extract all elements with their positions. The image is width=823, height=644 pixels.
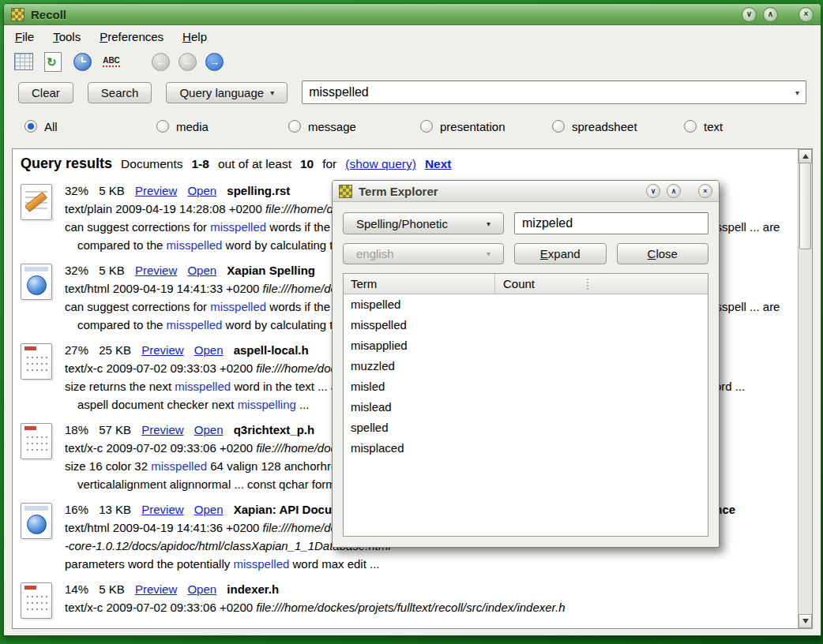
close-button[interactable]: ×	[799, 7, 814, 22]
term-explorer-dialog: Term Explorer ∨ ∧ × Spelling/Phonetic ▾ …	[332, 180, 720, 548]
text-document-icon	[21, 184, 52, 220]
term-row[interactable]: misplaced	[344, 438, 708, 459]
filter-text[interactable]: text	[684, 120, 723, 133]
close-button[interactable]: ×	[698, 184, 712, 198]
scroll-up-button[interactable]	[799, 149, 812, 163]
term-row[interactable]: mispelled	[344, 294, 708, 315]
radio-icon	[24, 120, 37, 133]
clear-button[interactable]: Clear	[18, 82, 73, 103]
scrollbar-thumb[interactable]	[799, 163, 811, 249]
snippet-text: can suggest corrections for	[65, 220, 210, 234]
relevance-percent: 32%	[65, 184, 88, 197]
snippet-text: compared to the	[77, 238, 167, 252]
term-explorer-titlebar[interactable]: Term Explorer ∨ ∧ ×	[333, 181, 719, 202]
expansion-mode-combo[interactable]: Spelling/Phonetic ▾	[343, 212, 504, 234]
language-combo: english ▾	[343, 243, 504, 264]
preview-link[interactable]: Preview	[135, 184, 177, 197]
snippet-text: word max edit ...	[289, 557, 379, 571]
filter-media[interactable]: media	[156, 120, 288, 133]
term-row[interactable]: mislead	[344, 397, 708, 417]
toolbar-separator	[130, 62, 143, 62]
expand-button[interactable]: Expand	[514, 243, 607, 264]
open-link[interactable]: Open	[187, 264, 216, 277]
combo-arrow-icon: ▾	[795, 88, 799, 97]
menu-help[interactable]: Help	[182, 30, 207, 43]
highlighted-term: misspelled	[151, 459, 207, 473]
term-column-header[interactable]: Term	[344, 274, 495, 294]
snippet-text: can suggest corrections for	[65, 300, 210, 313]
main-titlebar[interactable]: Recoll ∨ ∧ ×	[4, 4, 821, 25]
relevance-percent: 16%	[65, 503, 88, 516]
query-language-combo[interactable]: Query language ▾	[166, 82, 287, 103]
next-page-link[interactable]: Next	[425, 157, 452, 171]
open-link[interactable]: Open	[194, 423, 224, 436]
show-query-link[interactable]: (show query)	[345, 157, 416, 171]
history-button[interactable]	[72, 51, 92, 72]
result-body: 14% 5 KB Preview Open indexer.h text/x-c…	[65, 580, 791, 619]
update-index-icon: ↻	[44, 52, 62, 72]
highlighted-term: misspelling	[238, 398, 296, 411]
scroll-down-button[interactable]	[799, 614, 812, 628]
menu-preferences[interactable]: Preferences	[100, 30, 163, 43]
filter-label: presentation	[440, 120, 505, 133]
column-resize-handle[interactable]	[587, 279, 588, 290]
snippet-text: parameters word the potentially	[65, 557, 233, 571]
result-snippet-line: parameters word the potentially misspell…	[65, 555, 791, 573]
menu-tools[interactable]: Tools	[53, 30, 81, 43]
language-value: english	[356, 247, 394, 260]
first-page-button: ←	[152, 53, 170, 71]
open-link[interactable]: Open	[194, 343, 224, 357]
term-explorer-button[interactable]: ABC	[101, 51, 122, 72]
expansion-mode-value: Spelling/Phonetic	[356, 217, 448, 230]
toolbar: ↻ ABC ← ← →	[4, 47, 821, 76]
result-snippet-line: text/x-c 2009-07-02 09:33:06 +0200 file:…	[65, 598, 791, 616]
recoll-app-icon	[339, 185, 352, 198]
open-link[interactable]: Open	[187, 582, 216, 596]
filter-presentation[interactable]: presentation	[420, 120, 552, 133]
unshade-button[interactable]: ∧	[763, 7, 778, 22]
search-input[interactable]: misspelled ▾	[302, 80, 806, 104]
preview-link[interactable]: Preview	[141, 423, 183, 436]
shade-button[interactable]: ∨	[646, 184, 660, 198]
open-link[interactable]: Open	[187, 184, 216, 197]
term-row[interactable]: misspelled	[344, 315, 708, 335]
terms-table-header[interactable]: Term Count	[344, 274, 708, 294]
chevron-up-icon: ∧	[768, 10, 773, 18]
preview-link[interactable]: Preview	[141, 503, 183, 516]
filter-spreadsheet[interactable]: spreadsheet	[552, 120, 684, 133]
menu-file[interactable]: File	[15, 30, 34, 43]
relevance-percent: 32%	[65, 264, 88, 277]
preview-link[interactable]: Preview	[135, 582, 177, 596]
shade-button[interactable]: ∨	[742, 7, 757, 22]
snippet-text: text/html 2009-04-19 14:41:33 +0200	[65, 282, 263, 295]
result-icon-cell	[19, 580, 65, 619]
count-column-header[interactable]: Count	[495, 277, 587, 290]
chevron-up-icon: ∧	[671, 188, 677, 195]
close-dialog-button[interactable]: Close	[617, 243, 709, 264]
for-word: for	[322, 157, 336, 171]
relevance-percent: 18%	[65, 423, 88, 436]
term-input-value: mizpeled	[522, 216, 573, 230]
results-scrollbar[interactable]	[798, 149, 812, 628]
term-row[interactable]: misled	[344, 376, 708, 397]
open-link[interactable]: Open	[194, 503, 224, 516]
preview-link[interactable]: Preview	[135, 264, 177, 277]
filter-all[interactable]: All	[24, 120, 156, 133]
term-row[interactable]: muzzled	[344, 356, 708, 376]
result-title: indexer.h	[227, 582, 279, 596]
action-row: english ▾ Expand Close	[343, 243, 708, 264]
term-input[interactable]: mizpeled	[514, 212, 708, 234]
search-button[interactable]: Search	[88, 82, 152, 103]
snippet-text: text/x-c 2009-07-02 09:33:06 +0200	[65, 441, 256, 455]
term-row[interactable]: spelled	[344, 417, 708, 438]
filter-message[interactable]: message	[288, 120, 420, 133]
preview-link[interactable]: Preview	[141, 343, 183, 357]
clear-search-button[interactable]	[13, 51, 34, 72]
unshade-button[interactable]: ∧	[667, 184, 681, 198]
previous-page-button: ←	[179, 53, 197, 71]
next-page-button[interactable]: →	[205, 53, 224, 71]
file-size: 57 KB	[99, 423, 131, 436]
radio-icon	[420, 120, 433, 133]
term-row[interactable]: misapplied	[344, 335, 708, 356]
update-index-button[interactable]: ↻	[43, 51, 63, 72]
